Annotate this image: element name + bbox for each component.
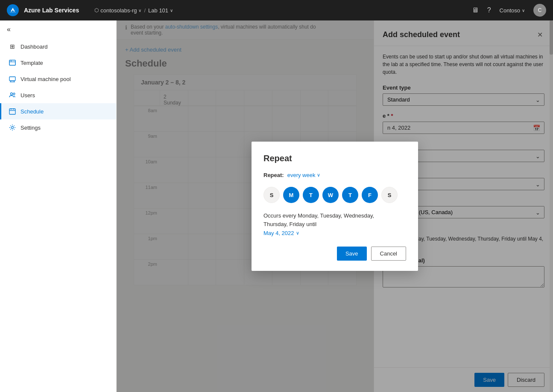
settings-icon [9, 124, 16, 131]
breadcrumb-resource-group[interactable]: ⬡ contosolabs-rg ∨ [94, 7, 141, 14]
modal-overlay: Repeat Repeat: every week ∨ S M T W T F … [117, 20, 553, 392]
modal-repeat-frequency-selector[interactable]: every week ∨ [287, 172, 321, 178]
schedule-icon [9, 107, 16, 115]
modal-repeat-row: Repeat: every week ∨ [263, 172, 406, 178]
modal-cancel-button[interactable]: Cancel [371, 247, 406, 261]
modal-save-button[interactable]: Save [337, 247, 367, 261]
main-layout: « ⊞ Dashboard Template [0, 20, 553, 392]
breadcrumb: ⬡ contosolabs-rg ∨ / Lab 101 ∨ [94, 7, 173, 14]
day-circle-thursday[interactable]: T [342, 187, 358, 203]
modal-repeat-label: Repeat: [263, 172, 284, 178]
topnav: Azure Lab Services ⬡ contosolabs-rg ∨ / … [0, 0, 553, 20]
sidebar-item-template[interactable]: Template [0, 55, 116, 71]
repeat-modal: Repeat Repeat: every week ∨ S M T W T F … [252, 142, 418, 271]
sidebar-nav: ⊞ Dashboard Template [0, 38, 116, 136]
sidebar-collapse-button[interactable]: « [0, 20, 116, 38]
day-circle-sunday[interactable]: S [263, 187, 280, 203]
avatar[interactable]: C [533, 4, 546, 17]
breadcrumb-lab[interactable]: Lab 101 ∨ [148, 7, 173, 14]
modal-occurs-section: Occurs every Monday, Tuesday, Wednesday,… [263, 212, 406, 236]
help-icon[interactable]: ? [487, 6, 491, 14]
day-circle-wednesday[interactable]: W [322, 187, 339, 203]
svg-rect-4 [9, 77, 15, 81]
day-circle-monday[interactable]: M [283, 187, 299, 203]
org-switcher[interactable]: Contoso ∨ [500, 7, 525, 14]
users-icon [9, 91, 16, 99]
svg-rect-10 [9, 109, 15, 114]
modal-occurs-text: Occurs every Monday, Tuesday, Wednesday,… [263, 212, 406, 228]
svg-point-9 [13, 93, 15, 95]
sidebar-item-users[interactable]: Users [0, 87, 116, 103]
topnav-right: 🖥 ? Contoso ∨ C [472, 4, 546, 17]
modal-until-date-selector[interactable]: May 4, 2022 ∨ [263, 230, 406, 236]
svg-rect-1 [9, 60, 15, 65]
app-logo [7, 4, 19, 16]
svg-point-0 [9, 6, 17, 14]
sidebar-item-vm-pool[interactable]: Virtual machine pool [0, 71, 116, 87]
modal-footer: Save Cancel [263, 247, 406, 261]
sidebar-item-schedule[interactable]: Schedule [0, 103, 116, 119]
sidebar-item-settings[interactable]: Settings [0, 119, 116, 136]
day-circle-saturday[interactable]: S [381, 187, 398, 203]
svg-point-14 [12, 127, 14, 129]
day-circles: S M T W T F S [263, 187, 406, 203]
vm-pool-icon [9, 75, 16, 83]
dashboard-icon: ⊞ [9, 43, 16, 50]
breadcrumb-separator: / [144, 7, 146, 14]
sidebar: « ⊞ Dashboard Template [0, 20, 117, 392]
app-title: Azure Lab Services [24, 7, 79, 14]
day-circle-tuesday[interactable]: T [303, 187, 319, 203]
svg-point-8 [11, 93, 13, 95]
day-circle-friday[interactable]: F [362, 187, 378, 203]
sidebar-item-dashboard[interactable]: ⊞ Dashboard [0, 38, 116, 55]
monitor-icon[interactable]: 🖥 [472, 6, 479, 14]
modal-title: Repeat [263, 154, 406, 163]
template-icon [9, 59, 16, 67]
